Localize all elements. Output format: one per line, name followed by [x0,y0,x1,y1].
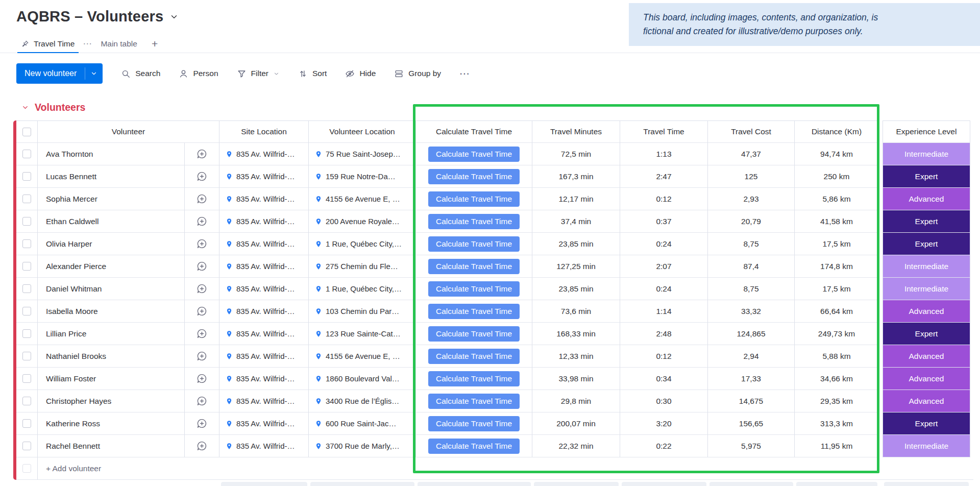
calculate-travel-time-button[interactable]: Calculate Travel Time [428,236,520,252]
add-update-cell[interactable] [185,210,219,233]
volunteer-location-cell[interactable]: 159 Rue Notre-Da… [309,165,416,188]
volunteer-location-cell[interactable]: 3700 Rue de Marly,… [309,435,416,457]
experience-badge[interactable]: Intermediate [883,255,970,277]
travel-minutes-cell[interactable]: 72,5 min [532,143,620,165]
experience-badge[interactable]: Intermediate [883,435,970,457]
distance-cell[interactable]: 249,73 km [795,323,879,345]
travel-cost-cell[interactable]: 156,65 [708,412,795,435]
volunteer-location-cell[interactable]: 4155 6e Avenue E, … [309,188,416,210]
volunteer-location-cell[interactable]: 1860 Boulevard Val… [309,368,416,390]
travel-time-cell[interactable]: 2:07 [620,255,708,278]
travel-time-cell[interactable]: 0:24 [620,278,708,300]
calculate-travel-time-button[interactable]: Calculate Travel Time [428,349,520,364]
row-checkbox[interactable] [22,239,31,248]
add-update-icon[interactable] [197,216,207,227]
experience-level-cell[interactable]: Intermediate [883,435,970,457]
site-location-cell[interactable]: 835 Av. Wilfrid-… [219,188,309,210]
experience-badge[interactable]: Advanced [883,390,970,412]
add-view-button[interactable]: + [143,35,166,53]
distance-cell[interactable]: 5,86 km [795,188,879,210]
travel-minutes-cell[interactable]: 168,33 min [532,323,620,345]
distance-cell[interactable]: 66,64 km [795,300,879,323]
site-location-cell[interactable]: 835 Av. Wilfrid-… [219,390,309,412]
travel-cost-cell[interactable]: 5,975 [708,435,795,457]
add-update-cell[interactable] [185,143,219,165]
travel-time-cell[interactable]: 0:37 [620,210,708,233]
row-checkbox-cell[interactable] [16,345,38,368]
experience-badge[interactable]: Expert [883,323,970,345]
column-header-distance[interactable]: Distance (Km) [795,120,879,143]
add-update-cell[interactable] [185,255,219,278]
toolbar-more-button[interactable]: ⋯ [459,67,471,80]
add-volunteer-button[interactable]: + Add volunteer [38,457,973,480]
travel-cost-cell[interactable]: 124,865 [708,323,795,345]
row-checkbox-cell[interactable] [16,165,38,188]
group-by-button[interactable]: Group by [394,69,441,79]
experience-level-cell[interactable]: Expert [883,210,970,233]
row-checkbox[interactable] [22,307,31,315]
travel-cost-cell[interactable]: 8,75 [708,278,795,300]
travel-cost-cell[interactable]: 125 [708,165,795,188]
distance-cell[interactable]: 94,74 km [795,143,879,165]
site-location-cell[interactable]: 835 Av. Wilfrid-… [219,210,309,233]
row-checkbox[interactable] [22,442,31,450]
experience-level-cell[interactable]: Intermediate [883,143,970,165]
add-update-cell[interactable] [185,278,219,300]
distance-cell[interactable]: 250 km [795,165,879,188]
site-location-cell[interactable]: 835 Av. Wilfrid-… [219,278,309,300]
group-collapse-chevron-icon[interactable] [21,104,29,111]
tab-main-table[interactable]: Main table [94,35,143,53]
add-update-icon[interactable] [197,261,207,272]
column-header-site-location[interactable]: Site Location [219,120,309,143]
volunteer-location-cell[interactable]: 600 Rue Saint-Jac… [309,412,416,435]
travel-minutes-cell[interactable]: 200,07 min [532,412,620,435]
volunteer-name-cell[interactable]: Nathaniel Brooks [38,345,185,368]
travel-time-cell[interactable]: 0:12 [620,345,708,368]
row-checkbox-cell[interactable] [16,210,38,233]
experience-level-cell[interactable]: Expert [883,323,970,345]
travel-minutes-cell[interactable]: 23,85 min [532,233,620,255]
volunteer-name-cell[interactable]: Katherine Ross [38,412,185,435]
add-update-icon[interactable] [197,418,207,429]
calculate-travel-time-button[interactable]: Calculate Travel Time [428,281,520,297]
new-volunteer-dropdown[interactable] [85,70,103,77]
travel-time-cell[interactable]: 2:48 [620,323,708,345]
travel-cost-cell[interactable]: 87,4 [708,255,795,278]
column-header-experience-level[interactable]: Experience Level [883,120,970,143]
travel-time-cell[interactable]: 1:14 [620,300,708,323]
experience-level-cell[interactable]: Advanced [883,345,970,368]
calculate-travel-time-button[interactable]: Calculate Travel Time [428,304,520,319]
hide-button[interactable]: Hide [345,69,376,79]
add-update-icon[interactable] [197,328,207,339]
experience-level-cell[interactable]: Advanced [883,300,970,323]
row-checkbox[interactable] [22,352,31,360]
experience-level-cell[interactable]: Intermediate [883,255,970,278]
site-location-cell[interactable]: 835 Av. Wilfrid-… [219,300,309,323]
volunteer-location-cell[interactable]: 75 Rue Saint-Josep… [309,143,416,165]
add-update-icon[interactable] [197,441,207,451]
add-update-icon[interactable] [197,306,207,317]
travel-minutes-cell[interactable]: 37,4 min [532,210,620,233]
volunteer-name-cell[interactable]: Olivia Harper [38,233,185,255]
add-update-cell[interactable] [185,188,219,210]
row-checkbox[interactable] [22,329,31,338]
travel-minutes-cell[interactable]: 23,85 min [532,278,620,300]
add-update-cell[interactable] [185,345,219,368]
distance-cell[interactable]: 41,58 km [795,210,879,233]
add-update-icon[interactable] [197,283,207,294]
experience-level-cell[interactable]: Expert [883,412,970,435]
calculate-travel-time-button[interactable]: Calculate Travel Time [428,326,520,342]
row-checkbox[interactable] [22,150,31,158]
experience-badge[interactable]: Advanced [883,345,970,367]
add-update-icon[interactable] [197,193,207,204]
calculate-travel-time-button[interactable]: Calculate Travel Time [428,394,520,409]
calculate-travel-time-button[interactable]: Calculate Travel Time [428,259,520,274]
tab-options-icon[interactable]: ⋯ [81,38,94,49]
volunteer-location-cell[interactable]: 103 Chemin du Par… [309,300,416,323]
row-checkbox[interactable] [22,419,31,428]
site-location-cell[interactable]: 835 Av. Wilfrid-… [219,368,309,390]
experience-badge[interactable]: Intermediate [883,278,970,300]
row-checkbox[interactable] [22,374,31,383]
volunteer-location-cell[interactable]: 123 Rue Sainte-Cat… [309,323,416,345]
volunteer-name-cell[interactable]: Rachel Bennett [38,435,185,457]
